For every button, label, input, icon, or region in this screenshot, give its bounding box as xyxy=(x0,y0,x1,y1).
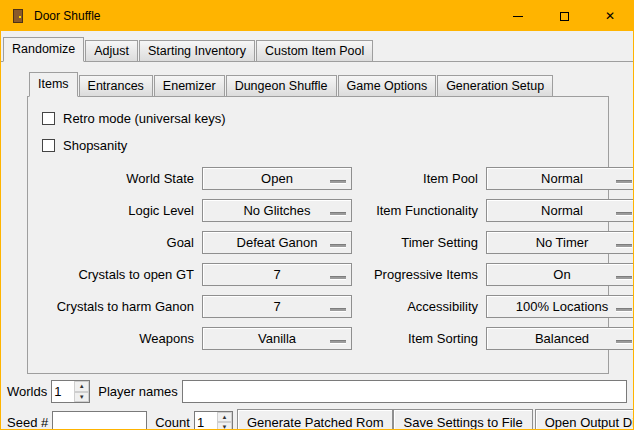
world-state-dropdown[interactable]: Open xyxy=(202,167,352,190)
accessibility-dropdown[interactable]: 100% Locations xyxy=(486,295,634,318)
item-pool-label: Item Pool xyxy=(360,171,478,186)
titlebar: Door Shuffle ✕ xyxy=(1,1,633,31)
retro-mode-row: Retro mode (universal keys) xyxy=(42,111,602,126)
dropdown-indicator-icon xyxy=(616,180,632,183)
item-sorting-label: Item Sorting xyxy=(360,331,478,346)
dropdown-indicator-icon xyxy=(616,340,632,343)
maximize-icon xyxy=(560,12,569,21)
worlds-input[interactable] xyxy=(52,381,74,402)
player-names-label: Player names xyxy=(98,384,177,399)
shopsanity-row: Shopsanity xyxy=(42,138,602,153)
dropdown-indicator-icon xyxy=(330,308,346,311)
tab-entrances[interactable]: Entrances xyxy=(79,75,153,96)
retro-mode-checkbox[interactable] xyxy=(42,112,55,125)
settings-grid: World State Open Item Pool Normal Logic … xyxy=(46,167,602,350)
spin-up-icon[interactable]: ▲ xyxy=(217,412,232,423)
window-title: Door Shuffle xyxy=(34,9,101,23)
logic-level-label: Logic Level xyxy=(46,203,194,218)
tab-custom-item-pool[interactable]: Custom Item Pool xyxy=(256,40,373,61)
goal-label: Goal xyxy=(46,235,194,250)
app-icon xyxy=(10,8,26,24)
randomize-panel: Items Entrances Enemizer Dungeon Shuffle… xyxy=(27,68,609,374)
world-state-label: World State xyxy=(46,171,194,186)
tab-dungeon-shuffle[interactable]: Dungeon Shuffle xyxy=(226,75,337,96)
crystals-open-gt-dropdown[interactable]: 7 xyxy=(202,263,352,286)
outer-tab-bar: Randomize Adjust Starting Inventory Cust… xyxy=(1,33,633,62)
goal-dropdown[interactable]: Defeat Ganon xyxy=(202,231,352,254)
item-pool-dropdown[interactable]: Normal xyxy=(486,167,634,190)
progressive-items-dropdown[interactable]: On xyxy=(486,263,634,286)
logic-level-dropdown[interactable]: No Glitches xyxy=(202,199,352,222)
bottom-bar: Worlds ▲ ▼ Player names Seed # Count ▲ ▼ xyxy=(1,374,633,430)
count-spinner-arrows: ▲ ▼ xyxy=(217,412,232,430)
progressive-items-label: Progressive Items xyxy=(360,267,478,282)
items-tab-content: Retro mode (universal keys) Shopsanity W… xyxy=(27,96,609,374)
count-input[interactable] xyxy=(195,412,217,430)
maximize-button[interactable] xyxy=(541,1,587,31)
item-functionality-label: Item Functionality xyxy=(360,203,478,218)
save-settings-button[interactable]: Save Settings to File xyxy=(393,409,532,430)
door-shuffle-window: Door Shuffle ✕ Randomize Adjust Starting… xyxy=(0,0,634,430)
count-label: Count xyxy=(155,415,190,430)
dropdown-indicator-icon xyxy=(330,212,346,215)
dropdown-indicator-icon xyxy=(616,276,632,279)
close-icon: ✕ xyxy=(605,10,615,22)
window-controls: ✕ xyxy=(495,1,633,31)
tab-randomize[interactable]: Randomize xyxy=(3,37,84,62)
door-icon xyxy=(13,9,23,23)
spin-up-icon[interactable]: ▲ xyxy=(74,381,89,392)
worlds-label: Worlds xyxy=(7,384,47,399)
inner-tab-bar: Items Entrances Enemizer Dungeon Shuffle… xyxy=(27,68,609,96)
door-knob-icon xyxy=(19,16,21,18)
seed-row: Seed # Count ▲ ▼ Generate Patched Rom Sa… xyxy=(7,409,627,430)
seed-label: Seed # xyxy=(7,415,48,430)
crystals-harm-ganon-label: Crystals to harm Ganon xyxy=(46,299,194,314)
accessibility-label: Accessibility xyxy=(360,299,478,314)
dropdown-indicator-icon xyxy=(330,244,346,247)
timer-setting-dropdown[interactable]: No Timer xyxy=(486,231,634,254)
minimize-icon xyxy=(513,16,523,17)
tab-adjust[interactable]: Adjust xyxy=(85,40,138,61)
item-functionality-dropdown[interactable]: Normal xyxy=(486,199,634,222)
player-names-input[interactable] xyxy=(182,380,627,403)
timer-setting-label: Timer Setting xyxy=(360,235,478,250)
retro-mode-label: Retro mode (universal keys) xyxy=(63,111,226,126)
tab-generation-setup[interactable]: Generation Setup xyxy=(437,75,553,96)
worlds-spinner-arrows: ▲ ▼ xyxy=(74,381,89,402)
seed-input[interactable] xyxy=(52,411,147,430)
minimize-button[interactable] xyxy=(495,1,541,31)
crystals-harm-ganon-dropdown[interactable]: 7 xyxy=(202,295,352,318)
dropdown-indicator-icon xyxy=(616,244,632,247)
count-spinner: ▲ ▼ xyxy=(194,411,233,430)
worlds-spinner: ▲ ▼ xyxy=(51,380,90,403)
generate-patched-rom-button[interactable]: Generate Patched Rom xyxy=(237,409,394,430)
shopsanity-label: Shopsanity xyxy=(63,138,127,153)
item-sorting-dropdown[interactable]: Balanced xyxy=(486,327,634,350)
dropdown-indicator-icon xyxy=(616,308,632,311)
dropdown-indicator-icon xyxy=(330,180,346,183)
spin-down-icon[interactable]: ▼ xyxy=(217,422,232,430)
tab-enemizer[interactable]: Enemizer xyxy=(154,75,225,96)
worlds-row: Worlds ▲ ▼ Player names xyxy=(7,380,627,403)
shopsanity-checkbox[interactable] xyxy=(42,139,55,152)
spin-down-icon[interactable]: ▼ xyxy=(74,392,89,403)
dropdown-indicator-icon xyxy=(330,340,346,343)
weapons-dropdown[interactable]: Vanilla xyxy=(202,327,352,350)
close-button[interactable]: ✕ xyxy=(587,1,633,31)
tab-game-options[interactable]: Game Options xyxy=(338,75,437,96)
tab-items[interactable]: Items xyxy=(29,72,78,97)
dropdown-indicator-icon xyxy=(330,276,346,279)
weapons-label: Weapons xyxy=(46,331,194,346)
tab-starting-inventory[interactable]: Starting Inventory xyxy=(139,40,255,61)
open-output-directory-button[interactable]: Open Output Directory xyxy=(535,409,634,430)
dropdown-indicator-icon xyxy=(616,212,632,215)
crystals-open-gt-label: Crystals to open GT xyxy=(46,267,194,282)
